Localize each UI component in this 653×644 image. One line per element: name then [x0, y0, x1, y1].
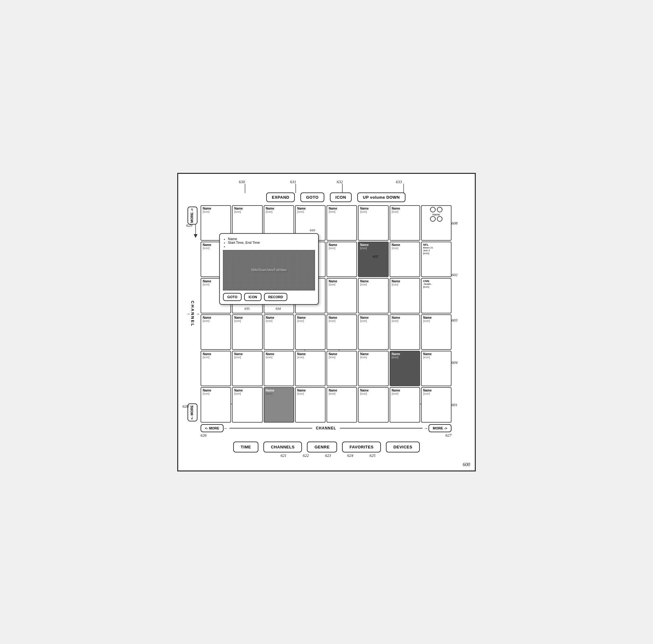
cell-icon-4-3: [icon]	[297, 356, 323, 359]
cell-name-3-3: Name	[297, 316, 323, 319]
popup-icon-button[interactable]: ICON	[244, 293, 262, 301]
more-bottom-button[interactable]: <- MORE	[188, 403, 197, 421]
grid-cell-2-6[interactable]: Name[icon]	[390, 278, 420, 313]
grid-cell-4-5[interactable]: Name[icon]	[358, 351, 388, 386]
devices-filter-button[interactable]: DEVICES	[386, 442, 420, 452]
favorites-filter-button[interactable]: FAVORITES	[342, 442, 381, 452]
time-filter-button[interactable]: TIME	[233, 442, 259, 452]
grid-cell-3-7[interactable]: Name[icon]	[421, 314, 452, 350]
grid-cell-2-5[interactable]: Name[icon]	[358, 278, 388, 313]
genre-filter-button[interactable]: GENRE	[307, 442, 337, 452]
cell-icon-3-3: [icon]	[297, 319, 323, 323]
grid-cell-2-4[interactable]: Name[icon]	[326, 278, 357, 313]
grid-cell-3-1[interactable]: Name[icon]	[232, 314, 262, 350]
goto-button[interactable]: GOTO	[300, 192, 324, 202]
cell-icon-4-7: [icon]	[423, 356, 449, 359]
ref-610: 610	[310, 228, 315, 232]
grid-cell-5-2[interactable]: Name[icon]	[264, 387, 294, 423]
cell-name-2-6: Name	[392, 280, 418, 283]
grid-cell-4-4[interactable]: Name[icon]	[326, 351, 357, 386]
popup-video[interactable]: Stills/SlowVideo/FullVideo	[223, 250, 315, 290]
grid-cell-4-7[interactable]: Name[icon]	[421, 351, 452, 386]
grid-cell-1-6[interactable]: Name[icon]	[390, 242, 420, 277]
grid-cell-0-6[interactable]: Name[icon]	[390, 205, 420, 241]
grid-cell-1-4[interactable]: Name[icon]	[326, 242, 357, 277]
cell-name-5-2: Name	[266, 389, 292, 392]
grid-cell-5-1[interactable]: Name[icon]	[232, 387, 262, 423]
grid-cell-3-5[interactable]: Name[icon]	[358, 314, 388, 350]
grid-cell-5-6[interactable]: Name[icon]	[390, 387, 420, 423]
cell-icon-0-4: [icon]	[329, 210, 355, 213]
cell-name-3-2: Name	[266, 316, 292, 319]
filter-bar: TIME CHANNELS GENRE FAVORITES DEVICES	[185, 442, 468, 452]
popup-name: Name	[228, 237, 315, 241]
ref-605: 605	[372, 254, 379, 259]
expand-button[interactable]: EXPAND	[266, 192, 295, 202]
right-line	[340, 428, 422, 429]
cell-icon-3-5: [icon]	[360, 319, 386, 323]
grid-cell-1-7[interactable]: NFLBears 21Jets 3[icon]	[421, 242, 452, 277]
cell-name-4-3: Name	[297, 352, 323, 356]
cell-icon-2-5: [icon]	[360, 283, 386, 286]
ref-603: 603	[452, 318, 468, 323]
grid-cell-3-6[interactable]: Name[icon]	[390, 314, 420, 350]
cell-icon-0-0: [icon]	[203, 210, 229, 213]
main-container: 630 631 632 633 EXPAND	[177, 173, 476, 471]
channel-left-button[interactable]: <- MORE	[200, 424, 223, 432]
cell-name-3-1: Name	[234, 316, 260, 319]
cell-icon-3-1: [icon]	[234, 319, 260, 323]
popup-goto-button[interactable]: GOTO	[223, 293, 242, 301]
grid-cell-4-0[interactable]: Name[icon]	[200, 351, 231, 386]
ref-608: 608	[452, 221, 468, 226]
channel-nav: <- MORE ← CHANNEL → MORE ->	[200, 424, 452, 432]
more-top-button[interactable]: MORE ->	[188, 207, 197, 224]
grid-cell-5-4[interactable]: Name[icon]	[326, 387, 357, 423]
grid-cell-3-3[interactable]: Name[icon]	[295, 314, 325, 350]
grid-cell-5-0[interactable]: Name[icon]	[200, 387, 231, 423]
filter-refs: 621 622 623 624 625	[185, 453, 468, 458]
cell-icon-5-5: [icon]	[360, 392, 386, 395]
cell-name-5-6: Name	[392, 389, 418, 392]
cell-name-4-4: Name	[329, 352, 355, 356]
grid-cell-0-4[interactable]: Name[icon]	[326, 205, 357, 241]
grid-cell-4-6[interactable]: Name[icon]	[390, 351, 420, 386]
ref-632: 632	[337, 180, 343, 184]
grid-cell-0-5[interactable]: Name[icon]	[358, 205, 388, 241]
popup-record-button[interactable]: RECORD	[264, 293, 288, 301]
grid-cell-3-0[interactable]: Name[icon]	[200, 314, 231, 350]
channels-filter-button[interactable]: CHANNELS	[263, 442, 302, 452]
cell-name-1-5: Name	[360, 243, 386, 246]
cell-name-4-6: Name	[392, 352, 418, 356]
cell-name-3-7: Name	[423, 316, 449, 319]
grid-cell-2-7[interactable]: CNN-health-[icon]	[421, 278, 452, 313]
popup-time: Start Time, End Time	[228, 241, 315, 244]
cell-name-5-0: Name	[203, 389, 229, 392]
grid-cell-5-3[interactable]: Name[icon]	[295, 387, 325, 423]
channel-right-button[interactable]: MORE ->	[429, 424, 452, 432]
cell-name-0-3: Name	[297, 207, 323, 210]
left-line	[229, 428, 312, 429]
grid-cell-4-2[interactable]: Name[icon]	[264, 351, 294, 386]
cell-icon-5-2: [icon]	[266, 392, 292, 395]
grid-cell-1-5[interactable]: Name[icon]	[358, 242, 388, 277]
grid-cell-3-2[interactable]: Name[icon]	[264, 314, 294, 350]
icon-button[interactable]: ICON	[330, 192, 352, 202]
channel-label-vertical: ↓ CHANNEL ↓	[185, 301, 200, 327]
cell-icon-4-0: [icon]	[203, 356, 229, 359]
popup-buttons: GOTO ICON RECORD	[223, 293, 315, 301]
grid-cell-5-7[interactable]: Name[icon]	[421, 387, 452, 423]
grid-cell-3-4[interactable]: Name[icon]	[326, 314, 357, 350]
cell-icon-3-0: [icon]	[203, 319, 229, 323]
grid-cell-4-1[interactable]: Name[icon]	[232, 351, 262, 386]
cell-name-5-7: Name	[423, 389, 449, 392]
ref-624: 624	[347, 453, 354, 458]
cell-name-5-5: Name	[360, 389, 386, 392]
ref-625: 625	[369, 453, 376, 458]
ref-622: 622	[303, 453, 309, 458]
volume-button[interactable]: UP volume DOWN	[357, 192, 406, 202]
grid-cell-0-7[interactable]: Name	[421, 205, 452, 241]
cell-name-5-1: Name	[234, 389, 260, 392]
cell-name-1-4: Name	[329, 243, 355, 246]
grid-cell-4-3[interactable]: Name[icon]	[295, 351, 325, 386]
grid-cell-5-5[interactable]: Name[icon]	[358, 387, 388, 423]
